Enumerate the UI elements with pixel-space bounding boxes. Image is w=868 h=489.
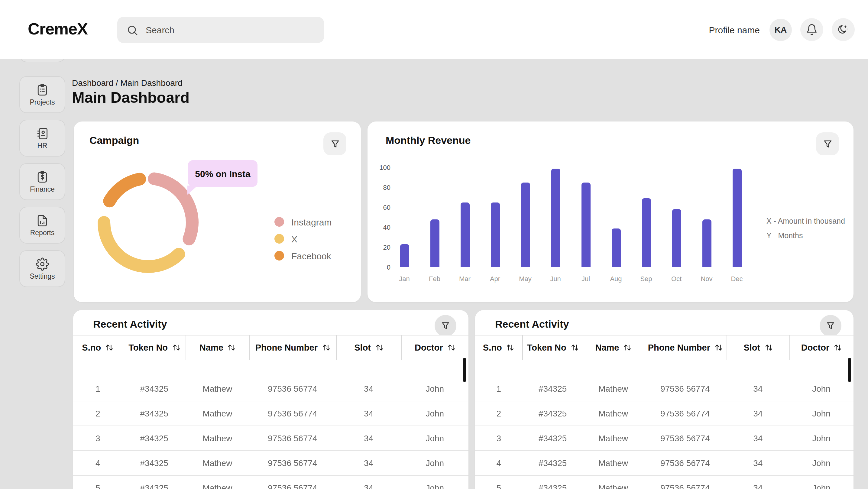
header-cell-label: Name bbox=[595, 343, 619, 353]
header-cell-doctor[interactable]: Doctor bbox=[401, 335, 468, 360]
sidebar-item-label: Finance bbox=[30, 186, 55, 193]
sidebar-item-finance[interactable]: Finance bbox=[19, 163, 65, 200]
x-tick-label: Mar bbox=[453, 275, 477, 282]
legend-dot-x bbox=[274, 234, 284, 244]
sidebar-item-settings[interactable]: Settings bbox=[19, 250, 65, 287]
table-cell: Mathew bbox=[186, 426, 249, 450]
y-tick-label: 60 bbox=[372, 204, 391, 211]
table-cell: John bbox=[789, 426, 854, 450]
header-cell-token-no[interactable]: Token No bbox=[523, 335, 583, 360]
donut-tooltip: 50% on Insta bbox=[188, 160, 257, 187]
recent-activity-card-left: Recent Activity S.noToken NoNamePhone Nu… bbox=[73, 310, 468, 489]
table-scrollbar[interactable] bbox=[463, 358, 466, 382]
table-cell: 97536 56774 bbox=[644, 476, 726, 489]
sort-icon bbox=[375, 343, 383, 352]
bar-sep bbox=[642, 198, 651, 267]
notifications-button[interactable] bbox=[800, 18, 823, 41]
table-cell: 34 bbox=[727, 426, 789, 450]
legend-item: Instagram bbox=[274, 213, 332, 230]
table-cell: #34325 bbox=[123, 401, 186, 426]
x-tick-label: Dec bbox=[725, 275, 749, 282]
bar-aug bbox=[612, 228, 620, 267]
table-cell: #34325 bbox=[123, 451, 186, 475]
header-cell-slot[interactable]: Slot bbox=[727, 335, 789, 360]
table-row: 4#34325Mathew97536 5677434John bbox=[475, 451, 854, 476]
search-input[interactable] bbox=[146, 25, 315, 35]
bar-apr bbox=[491, 203, 500, 268]
header-cell-phone-number[interactable]: Phone Number bbox=[644, 335, 726, 360]
table-cell: 97536 56774 bbox=[249, 451, 336, 475]
sidebar-item-hr[interactable]: HR bbox=[19, 120, 65, 157]
sort-icon bbox=[623, 343, 632, 352]
header-cell-token-no[interactable]: Token No bbox=[123, 335, 186, 360]
table-cell: John bbox=[789, 476, 854, 489]
table-body: 1#34325Mathew97536 5677434John2#34325Mat… bbox=[73, 360, 468, 489]
sort-icon bbox=[714, 343, 723, 352]
sidebar-item-label: HR bbox=[37, 142, 47, 149]
table-cell: Mathew bbox=[186, 376, 249, 401]
sidebar: Projects HR Finance bbox=[19, 76, 65, 287]
x-tick-label: Jul bbox=[574, 275, 598, 282]
file-chart-icon bbox=[36, 214, 49, 227]
table-header-row: S.noToken NoNamePhone NumberSlotDoctor bbox=[73, 335, 468, 360]
table-row: 3#34325Mathew97536 5677434John bbox=[73, 426, 468, 451]
avatar[interactable]: KA bbox=[770, 19, 792, 41]
table-cell: 34 bbox=[336, 476, 401, 489]
table-cell: #34325 bbox=[523, 451, 583, 475]
x-tick-label: Apr bbox=[483, 275, 507, 282]
y-tick-label: 80 bbox=[372, 184, 391, 191]
table-cell: Mathew bbox=[583, 401, 644, 426]
legend-label: Instagram bbox=[291, 217, 332, 227]
profile-name-label: Profile name bbox=[709, 25, 760, 35]
table-cell: John bbox=[789, 451, 854, 475]
header-cell-name[interactable]: Name bbox=[583, 335, 644, 360]
table-filter-button[interactable] bbox=[435, 315, 456, 337]
bell-icon bbox=[806, 24, 818, 36]
bar-feb bbox=[430, 219, 439, 267]
monthly-revenue-card: Monthly Revenue 020406080100JanFebMarApr… bbox=[368, 122, 854, 302]
x-tick-label: May bbox=[513, 275, 537, 282]
table-cell: 5 bbox=[73, 476, 123, 489]
moon-sparkles-icon bbox=[837, 24, 849, 36]
table-cell: 97536 56774 bbox=[644, 401, 726, 426]
header-cell-s-no[interactable]: S.no bbox=[475, 335, 523, 360]
dark-mode-button[interactable] bbox=[832, 18, 855, 41]
header-cell-slot[interactable]: Slot bbox=[336, 335, 401, 360]
table-scrollbar[interactable] bbox=[848, 358, 851, 382]
app-root: Projects HR Finance bbox=[0, 0, 868, 489]
header-cell-doctor[interactable]: Doctor bbox=[789, 335, 854, 360]
sidebar-item-projects[interactable]: Projects bbox=[19, 76, 65, 113]
sort-icon bbox=[764, 343, 773, 352]
filter-icon bbox=[826, 321, 835, 331]
recent-activity-card-right: Recent Activity S.noToken NoNamePhone Nu… bbox=[475, 310, 854, 489]
header-cell-phone-number[interactable]: Phone Number bbox=[249, 335, 336, 360]
table-cell: 34 bbox=[336, 426, 401, 450]
sidebar-item-reports[interactable]: Reports bbox=[19, 207, 65, 244]
x-tick-label: Aug bbox=[604, 275, 628, 282]
table-cell: Mathew bbox=[583, 451, 644, 475]
header-cell-s-no[interactable]: S.no bbox=[73, 335, 123, 360]
breadcrumb[interactable]: Dashboard / Main Dashboard bbox=[72, 78, 183, 88]
table-title: Recent Activity bbox=[495, 318, 569, 331]
y-tick-label: 40 bbox=[372, 224, 391, 231]
x-tick-label: Jan bbox=[392, 275, 416, 282]
legend-dot-instagram bbox=[274, 217, 284, 227]
y-tick-label: 20 bbox=[372, 244, 391, 251]
contact-book-icon bbox=[36, 127, 49, 140]
table-cell: 34 bbox=[727, 451, 789, 475]
table-cell: John bbox=[401, 376, 468, 401]
table-cell: 2 bbox=[475, 401, 523, 426]
search-bar[interactable] bbox=[117, 17, 324, 43]
table-body: 1#34325Mathew97536 5677434John2#34325Mat… bbox=[475, 360, 854, 489]
revenue-filter-button[interactable] bbox=[816, 132, 839, 155]
sort-icon bbox=[172, 343, 180, 352]
sort-icon bbox=[447, 343, 456, 352]
search-icon bbox=[126, 24, 138, 36]
filter-icon bbox=[330, 139, 340, 149]
table-cell: Mathew bbox=[583, 376, 644, 401]
header-cell-name[interactable]: Name bbox=[186, 335, 249, 360]
table-cell: #34325 bbox=[123, 426, 186, 450]
clipboard-list-icon bbox=[36, 84, 49, 97]
campaign-filter-button[interactable] bbox=[323, 132, 346, 155]
table-filter-button[interactable] bbox=[819, 315, 841, 337]
